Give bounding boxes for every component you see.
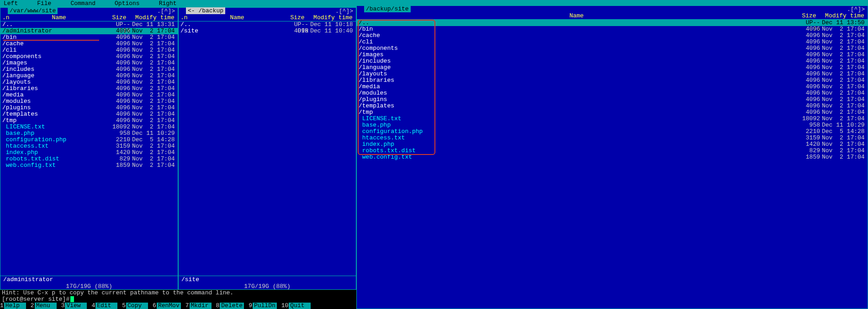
fkey-view[interactable]: 3View xyxy=(61,303,87,309)
menu-options[interactable]: Options xyxy=(115,0,140,7)
entry-name: /.. xyxy=(179,21,285,28)
dir-entry[interactable]: /tmp4096Nov 2 17:04 xyxy=(357,109,868,116)
dir-entry[interactable]: /libraries4096Nov 2 17:04 xyxy=(357,77,868,84)
file-entry[interactable]: robots.txt.dist829Nov 2 17:04 xyxy=(0,156,178,162)
fkey-copy[interactable]: 5Copy xyxy=(122,303,148,309)
header-name[interactable]: Name xyxy=(11,14,106,21)
dir-entry[interactable]: /includes4096Nov 2 17:04 xyxy=(0,66,178,73)
entry-name: /includes xyxy=(0,66,106,73)
file-entry[interactable]: configuration.php2210Dec 5 14:28 xyxy=(0,137,178,143)
entry-name: /cache xyxy=(357,32,796,39)
entry-size: 3159 xyxy=(796,135,822,141)
file-entry[interactable]: htaccess.txt3159Nov 2 17:04 xyxy=(0,143,178,149)
dir-entry[interactable]: /modules4096Nov 2 17:04 xyxy=(357,90,868,96)
entry-size: 4096 xyxy=(106,41,132,47)
file-entry[interactable]: web.config.txt1859Nov 2 17:04 xyxy=(357,154,868,160)
dir-entry[interactable]: /libraries4096Nov 2 17:04 xyxy=(0,85,178,92)
dir-entry[interactable]: /cache4096Nov 2 17:04 xyxy=(357,32,868,39)
file-list[interactable]: /..UP--DIRDec 11 13:31/administrator4096… xyxy=(0,21,178,276)
dir-entry[interactable]: /media4096Nov 2 17:04 xyxy=(357,84,868,90)
dir-entry[interactable]: /cli4096Nov 2 17:04 xyxy=(0,47,178,53)
dir-entry[interactable]: /language4096Nov 2 17:04 xyxy=(0,73,178,79)
dir-entry[interactable]: /includes4096Nov 2 17:04 xyxy=(357,58,868,64)
menu-left[interactable]: Left xyxy=(4,0,18,7)
entry-size: 4096 xyxy=(106,34,132,41)
panel-path[interactable]: /var/www/site xyxy=(8,7,58,14)
dir-entry[interactable]: /site4096Dec 11 10:40 xyxy=(179,28,356,34)
entry-mtime: Nov 2 17:04 xyxy=(132,143,178,149)
file-entry[interactable]: robots.txt.dist829Nov 2 17:04 xyxy=(357,148,868,154)
fkey-edit[interactable]: 4Edit xyxy=(91,303,117,309)
file-entry[interactable]: LICENSE.txt18092Nov 2 17:04 xyxy=(357,116,868,122)
entry-name: /templates xyxy=(0,111,106,117)
dir-entry[interactable]: /..UP--DIRDec 11 10:18 xyxy=(179,21,356,28)
entry-mtime: Nov 2 17:04 xyxy=(132,34,178,41)
dir-entry[interactable]: /language4096Nov 2 17:04 xyxy=(357,64,868,71)
header-mtime[interactable]: Modify time xyxy=(310,14,356,21)
dir-entry[interactable]: /components4096Nov 2 17:04 xyxy=(0,53,178,60)
file-entry[interactable]: base.php958Dec 11 10:29 xyxy=(0,130,178,137)
dir-entry[interactable]: /plugins4096Nov 2 17:04 xyxy=(357,96,868,103)
menu-file[interactable]: File xyxy=(37,0,51,7)
entry-size: 4096 xyxy=(285,28,310,34)
dir-entry[interactable]: /media4096Nov 2 17:04 xyxy=(0,92,178,98)
menubar-right[interactable] xyxy=(356,0,868,5)
panel-path[interactable]: /backup/site xyxy=(364,5,411,12)
panel-tail: .[^]> xyxy=(157,8,175,15)
file-list[interactable]: /..UP--DIRDec 11 10:18/site4096Dec 11 10… xyxy=(179,21,356,276)
dir-entry[interactable]: /tmp4096Nov 2 17:04 xyxy=(0,117,178,124)
menu-right[interactable]: Right xyxy=(159,0,177,7)
header-size[interactable]: Size xyxy=(796,12,822,19)
left-panel[interactable]: /var/www/site .[^]> .n Name Size Modify … xyxy=(0,7,178,290)
dir-entry[interactable]: /plugins4096Nov 2 17:04 xyxy=(0,105,178,111)
fkey-delete[interactable]: 8Delete xyxy=(216,303,244,309)
command-prompt[interactable]: [root@server site]# xyxy=(0,296,356,303)
dir-entry[interactable]: /cli4096Nov 2 17:04 xyxy=(357,39,868,45)
dir-entry[interactable]: /..UP--DIRDec 11 13:31 xyxy=(0,21,178,28)
header-size[interactable]: Size xyxy=(106,14,132,21)
menubar[interactable]: Left File Command Options Right xyxy=(0,0,356,7)
dir-entry[interactable]: /components4096Nov 2 17:04 xyxy=(357,45,868,52)
panel-path[interactable]: <- /backup xyxy=(186,7,225,14)
file-entry[interactable]: LICENSE.txt18092Nov 2 17:04 xyxy=(0,124,178,130)
dir-entry[interactable]: /templates4096Nov 2 17:04 xyxy=(357,103,868,109)
file-list[interactable]: /..UP--DIRDec 11 13:50/bin4096Nov 2 17:0… xyxy=(357,20,868,309)
dir-entry[interactable]: /layouts4096Nov 2 17:04 xyxy=(357,71,868,77)
entry-name: /.. xyxy=(0,21,106,28)
dir-entry[interactable]: /images4096Nov 2 17:04 xyxy=(0,60,178,66)
header-mtime[interactable]: Modify time xyxy=(132,14,178,21)
header-name[interactable]: Name xyxy=(190,14,285,21)
entry-name: htaccess.txt xyxy=(0,143,106,149)
dir-entry[interactable]: /layouts4096Nov 2 17:04 xyxy=(0,79,178,85)
file-entry[interactable]: web.config.txt1859Nov 2 17:04 xyxy=(0,162,178,169)
file-entry[interactable]: base.php958Dec 11 10:29 xyxy=(357,122,868,128)
header-name[interactable]: Name xyxy=(357,12,796,19)
entry-mtime: Nov 2 17:04 xyxy=(822,45,868,52)
fkey-renmov[interactable]: 6RenMov xyxy=(153,303,181,309)
file-entry[interactable]: configuration.php2210Dec 5 14:28 xyxy=(357,128,868,135)
fkey-mkdir[interactable]: 7Mkdir xyxy=(185,303,212,309)
file-entry[interactable]: index.php1420Nov 2 17:04 xyxy=(0,149,178,156)
right-panel-backup[interactable]: /backup/site .[^]> Name Size Modify time… xyxy=(356,5,868,309)
menu-command[interactable]: Command xyxy=(70,0,95,7)
dir-entry[interactable]: /administrator4096Nov 2 17:04 xyxy=(0,28,178,34)
fkey-help[interactable]: 1Help xyxy=(0,303,26,309)
fkey-menu[interactable]: 2Menu xyxy=(31,303,57,309)
header-mtime[interactable]: Modify time xyxy=(822,12,868,19)
fkey-quit[interactable]: 10Quit xyxy=(281,303,311,309)
header-size[interactable]: Size xyxy=(285,14,310,21)
dir-entry[interactable]: /templates4096Nov 2 17:04 xyxy=(0,111,178,117)
fkey-label: Mkdir xyxy=(190,303,212,309)
dir-entry[interactable]: /bin4096Nov 2 17:04 xyxy=(357,26,868,32)
dir-entry[interactable]: /..UP--DIRDec 11 13:50 xyxy=(357,20,868,26)
fkey-pulldn[interactable]: 9PullDn xyxy=(249,303,277,309)
right-panel[interactable]: <- /backup .[^]> .n Name Size Modify tim… xyxy=(178,7,356,290)
dir-entry[interactable]: /cache4096Nov 2 17:04 xyxy=(0,41,178,47)
file-entry[interactable]: index.php1420Nov 2 17:04 xyxy=(357,141,868,148)
dir-entry[interactable]: /images4096Nov 2 17:04 xyxy=(357,52,868,58)
disk-info: 17G/19G (88%) xyxy=(179,283,356,289)
dir-entry[interactable]: /modules4096Nov 2 17:04 xyxy=(0,98,178,105)
file-entry[interactable]: htaccess.txt3159Nov 2 17:04 xyxy=(357,135,868,141)
entry-mtime: Nov 2 17:04 xyxy=(132,105,178,111)
entry-size: 4096 xyxy=(106,98,132,105)
